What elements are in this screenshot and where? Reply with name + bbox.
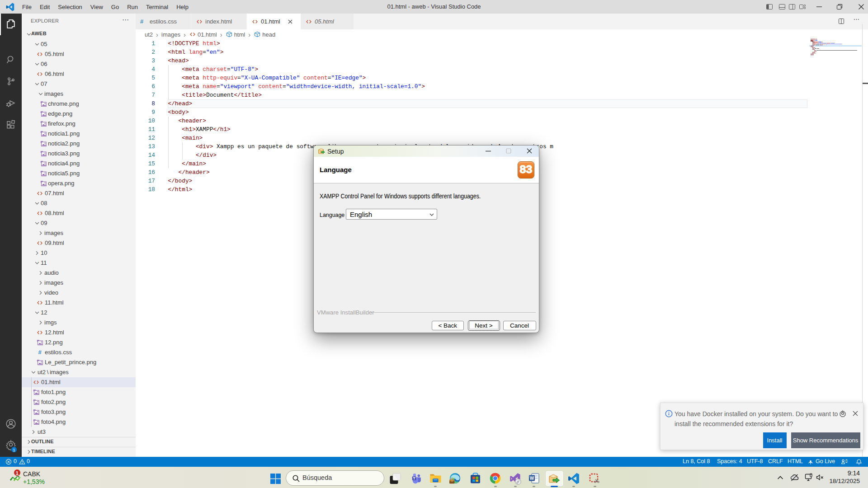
svg-text:W: W bbox=[530, 475, 534, 480]
